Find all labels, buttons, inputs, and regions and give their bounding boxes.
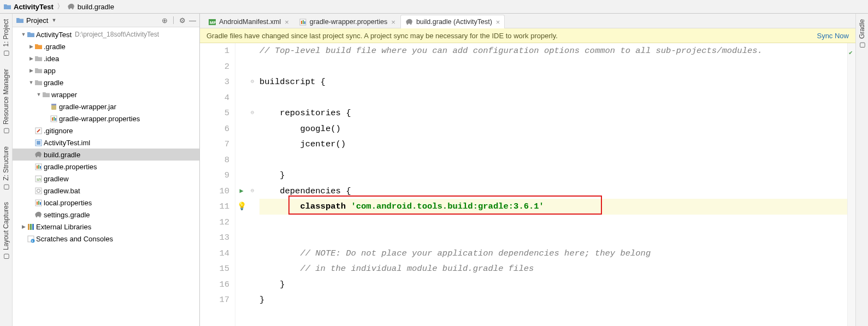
line-number[interactable]: 10 — [200, 183, 229, 199]
fold-slot[interactable] — [247, 230, 257, 246]
fold-slot[interactable] — [247, 152, 257, 168]
gutter-icon-slot[interactable] — [235, 137, 247, 152]
editor-tab[interactable]: AndroidManifest.xml× — [203, 15, 294, 28]
code-line[interactable] — [259, 230, 847, 246]
tree-arrow-icon[interactable]: ▶ — [20, 224, 27, 229]
tree-row[interactable]: gradle.properties — [13, 161, 199, 173]
breadcrumb-file[interactable]: build.gradle — [67, 3, 114, 11]
tree-row[interactable]: .gitignore — [13, 125, 199, 137]
tool-window-button[interactable]: ▢Resource Manager — [1, 66, 11, 138]
line-number[interactable]: 17 — [200, 292, 229, 308]
line-number[interactable]: 9 — [200, 168, 229, 183]
tree-arrow-icon[interactable]: ▶ — [28, 44, 34, 49]
tree-arrow-icon[interactable]: ▶ — [28, 68, 34, 73]
line-number[interactable]: 1 — [200, 43, 229, 59]
intention-bulb-icon[interactable]: 💡 — [237, 199, 246, 215]
tree-row[interactable]: ▼gradle — [13, 76, 199, 88]
gutter-icon-slot[interactable] — [235, 215, 247, 230]
fold-slot[interactable]: ⊖ — [247, 183, 257, 199]
gutter-icon-slot[interactable] — [235, 90, 247, 106]
gutter-icon-slot[interactable]: ▶ — [235, 183, 247, 199]
line-number[interactable]: 8 — [200, 152, 229, 168]
tree-arrow-icon[interactable]: ▼ — [36, 92, 42, 97]
tree-row[interactable]: ActivityTest.iml — [13, 137, 199, 149]
fold-slot[interactable] — [247, 90, 257, 106]
code-content[interactable]: // Top-level build file where you can ad… — [257, 43, 847, 326]
code-line[interactable]: buildscript { — [259, 74, 847, 90]
gutter-icons[interactable]: ▶💡 — [235, 43, 247, 326]
tree-row[interactable]: settings.gradle — [13, 209, 199, 221]
code-line[interactable]: // NOTE: Do not place your application d… — [259, 246, 847, 262]
fold-slot[interactable] — [247, 215, 257, 230]
tool-window-button[interactable]: ▢Layout Captures — [1, 199, 11, 263]
fold-slot[interactable] — [247, 199, 257, 215]
gutter-icon-slot[interactable] — [235, 261, 247, 277]
gutter-icon-slot[interactable] — [235, 105, 247, 121]
tool-window-button[interactable]: ▢1: Project — [1, 16, 11, 60]
close-icon[interactable]: × — [285, 18, 289, 26]
code-line[interactable]: // Top-level build file where you can ad… — [259, 43, 847, 59]
project-view-selector[interactable]: Project ▼ — [16, 16, 158, 25]
line-number[interactable]: 16 — [200, 277, 229, 293]
tree-row[interactable]: gradlew.bat — [13, 185, 199, 197]
project-tree[interactable]: ▼ActivityTestD:\project_18soft\ActivityT… — [13, 27, 199, 326]
line-number[interactable]: 15 — [200, 261, 229, 277]
tree-arrow-icon[interactable]: ▼ — [28, 80, 34, 85]
gutter-icon-slot[interactable] — [235, 168, 247, 183]
gutter-icon-slot[interactable] — [235, 152, 247, 168]
tree-row[interactable]: ▶.idea — [13, 52, 199, 64]
line-number[interactable]: 2 — [200, 59, 229, 75]
line-number[interactable]: 13 — [200, 230, 229, 246]
gutter-icon-slot[interactable] — [235, 74, 247, 90]
tree-row[interactable]: ▶.gradle — [13, 40, 199, 52]
gutter-icon-slot[interactable] — [235, 292, 247, 308]
line-number[interactable]: 5 — [200, 105, 229, 121]
code-line[interactable] — [259, 215, 847, 230]
fold-slot[interactable] — [247, 277, 257, 293]
line-number[interactable]: 3 — [200, 74, 229, 90]
run-icon[interactable]: ▶ — [239, 183, 243, 199]
close-icon[interactable]: × — [391, 18, 395, 26]
tree-arrow-icon[interactable]: ▶ — [28, 56, 34, 61]
select-opened-file-icon[interactable]: ⊕ — [162, 16, 168, 25]
close-icon[interactable]: × — [496, 18, 500, 26]
code-line[interactable]: repositories { — [259, 105, 847, 121]
code-line[interactable]: classpath 'com.android.tools.build:gradl… — [259, 199, 847, 215]
gutter-icon-slot[interactable] — [235, 121, 247, 137]
tree-row[interactable]: gradlew — [13, 173, 199, 185]
line-number[interactable]: 6 — [200, 121, 229, 137]
code-line[interactable]: dependencies { — [259, 183, 847, 199]
code-line[interactable]: jcenter() — [259, 137, 847, 152]
gutter-icon-slot[interactable] — [235, 230, 247, 246]
line-number[interactable]: 12 — [200, 215, 229, 230]
code-line[interactable]: // in the individual module build.gradle… — [259, 261, 847, 277]
code-line[interactable]: } — [259, 168, 847, 183]
code-line[interactable]: } — [259, 277, 847, 293]
gutter-icon-slot[interactable] — [235, 246, 247, 262]
fold-slot[interactable] — [247, 43, 257, 59]
fold-slot[interactable] — [247, 261, 257, 277]
gutter-icon-slot[interactable] — [235, 277, 247, 293]
sync-now-link[interactable]: Sync Now — [817, 32, 849, 40]
tree-row[interactable]: ▼ActivityTestD:\project_18soft\ActivityT… — [13, 28, 199, 40]
tool-window-button[interactable]: ▢Z: Structure — [1, 143, 11, 194]
tree-row[interactable]: gradle-wrapper.properties — [13, 112, 199, 125]
fold-slot[interactable] — [247, 137, 257, 152]
tree-row[interactable]: ▶External Libraries — [13, 221, 199, 233]
gear-icon[interactable]: ⚙ — [179, 16, 186, 25]
tree-row[interactable]: local.properties — [13, 197, 199, 209]
code-line[interactable] — [259, 152, 847, 168]
line-number[interactable]: 4 — [200, 90, 229, 106]
line-number[interactable]: 11 — [200, 199, 229, 215]
fold-slot[interactable]: ⊖ — [247, 105, 257, 121]
line-number[interactable]: 7 — [200, 137, 229, 152]
code-line[interactable]: google() — [259, 121, 847, 137]
fold-slot[interactable]: ⊖ — [247, 74, 257, 90]
code-line[interactable] — [259, 90, 847, 106]
tree-row[interactable]: ▼wrapper — [13, 88, 199, 100]
gutter-icon-slot[interactable] — [235, 43, 247, 59]
tree-arrow-icon[interactable]: ▼ — [20, 32, 27, 37]
tree-row[interactable]: ▶app — [13, 64, 199, 76]
gutter-icon-slot[interactable]: 💡 — [235, 199, 247, 215]
error-stripe[interactable]: ✔ — [847, 43, 855, 326]
